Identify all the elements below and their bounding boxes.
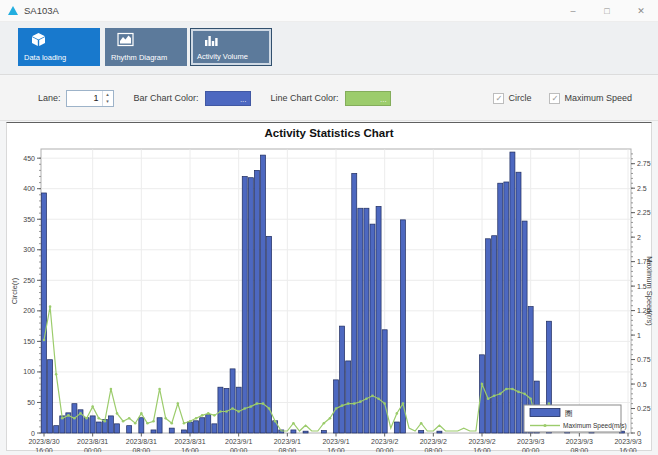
close-button[interactable]: ✕ — [624, 0, 658, 22]
svg-text:2023/9/2: 2023/9/2 — [371, 438, 398, 445]
checkbox-group: ✓ Circle ✓ Maximum Speed — [475, 93, 632, 104]
svg-text:2023/9/1: 2023/9/1 — [225, 438, 252, 445]
activity-statistics-chart: 05010015020025030035040045000.250.50.751… — [7, 141, 653, 452]
svg-text:0: 0 — [637, 430, 641, 437]
cube-icon — [30, 32, 47, 49]
chart-controls-row: Lane: 1 ▴ ▾ Bar Chart Color: ... Line Ch… — [0, 76, 658, 121]
svg-text:2023/8/31: 2023/8/31 — [126, 438, 157, 445]
app-window: SA103A – □ ✕ Data loading — [0, 0, 658, 455]
bar-chart-icon — [203, 33, 220, 50]
svg-text:2023/9/3: 2023/9/3 — [614, 438, 641, 445]
svg-text:16:00: 16:00 — [181, 447, 199, 453]
svg-text:08:00: 08:00 — [571, 447, 589, 453]
svg-text:08:00: 08:00 — [279, 447, 297, 453]
line-color-more-icon: ... — [380, 95, 387, 105]
chart-title: Activity Statistics Chart — [7, 127, 651, 139]
svg-text:300: 300 — [23, 246, 35, 253]
svg-text:08:00: 08:00 — [425, 447, 443, 453]
svg-text:400: 400 — [23, 185, 35, 192]
activity-volume-button[interactable]: Activity Volume — [190, 28, 272, 66]
window-title: SA103A — [24, 5, 59, 16]
svg-text:2023/9/3: 2023/9/3 — [566, 438, 593, 445]
lane-stepper[interactable]: 1 ▴ ▾ — [66, 90, 114, 107]
legend-bar-label: 圈 — [565, 409, 573, 418]
rhythm-diagram-button[interactable]: Rhythm Diagram — [105, 28, 187, 66]
title-bar: SA103A – □ ✕ — [0, 0, 658, 22]
svg-text:2023/9/2: 2023/9/2 — [468, 438, 495, 445]
lane-value[interactable]: 1 — [67, 91, 102, 106]
svg-text:Circle(r): Circle(r) — [10, 277, 19, 304]
circle-checkbox-label: Circle — [508, 93, 531, 103]
svg-text:0.25: 0.25 — [637, 405, 651, 412]
maximum-speed-checkbox-check-icon: ✓ — [549, 93, 560, 104]
lane-label: Lane: — [38, 93, 61, 103]
maximum-speed-checkbox[interactable]: ✓ Maximum Speed — [549, 93, 632, 104]
svg-text:2023/9/1: 2023/9/1 — [322, 438, 349, 445]
svg-text:16:00: 16:00 — [35, 447, 53, 453]
stepper-up-icon[interactable]: ▴ — [103, 91, 113, 99]
svg-text:200: 200 — [23, 307, 35, 314]
maximum-speed-checkbox-label: Maximum Speed — [564, 93, 632, 103]
svg-text:2023/8/31: 2023/8/31 — [174, 438, 205, 445]
svg-text:1: 1 — [637, 332, 641, 339]
svg-text:2: 2 — [637, 234, 641, 241]
svg-text:2023/8/31: 2023/8/31 — [77, 438, 108, 445]
svg-text:2.5: 2.5 — [637, 185, 647, 192]
svg-text:0: 0 — [31, 430, 35, 437]
svg-text:0.75: 0.75 — [637, 356, 651, 363]
svg-text:2.25: 2.25 — [637, 209, 651, 216]
maximize-button[interactable]: □ — [590, 0, 624, 22]
data-loading-button[interactable]: Data loading — [18, 28, 100, 66]
chart-panel: Activity Statistics Chart 05010015020025… — [6, 122, 652, 451]
bar-color-more-icon: ... — [240, 95, 247, 105]
svg-text:00:00: 00:00 — [376, 447, 394, 453]
svg-text:450: 450 — [23, 155, 35, 162]
window-controls: – □ ✕ — [556, 0, 658, 22]
svg-text:2023/8/30: 2023/8/30 — [28, 438, 59, 445]
minimize-button[interactable]: – — [556, 0, 590, 22]
lane-stepper-arrows: ▴ ▾ — [102, 91, 113, 106]
svg-text:00:00: 00:00 — [522, 447, 540, 453]
toolbar: Data loading Rhythm Diagram Activity V — [0, 22, 658, 75]
line-chart-color-label: Line Chart Color: — [271, 93, 339, 103]
bar-chart-color-swatch[interactable]: ... — [205, 91, 251, 106]
svg-text:350: 350 — [23, 216, 35, 223]
circle-checkbox[interactable]: ✓ Circle — [493, 93, 531, 104]
svg-text:2023/9/3: 2023/9/3 — [517, 438, 544, 445]
rhythm-diagram-label: Rhythm Diagram — [111, 53, 167, 62]
app-logo-icon — [8, 6, 18, 15]
svg-text:2023/9/1: 2023/9/1 — [274, 438, 301, 445]
circle-checkbox-check-icon: ✓ — [493, 93, 504, 104]
bar-chart-color-label: Bar Chart Color: — [134, 93, 199, 103]
data-loading-label: Data loading — [24, 53, 66, 62]
svg-text:16:00: 16:00 — [473, 447, 491, 453]
svg-text:16:00: 16:00 — [619, 447, 637, 453]
stepper-down-icon[interactable]: ▾ — [103, 98, 113, 106]
line-chart-color-swatch[interactable]: ... — [345, 91, 391, 106]
svg-text:08:00: 08:00 — [133, 447, 151, 453]
svg-text:100: 100 — [23, 368, 35, 375]
svg-text:00:00: 00:00 — [230, 447, 248, 453]
svg-text:0.5: 0.5 — [637, 381, 647, 388]
legend-line-label: Maximum Speed(m/s) — [563, 422, 627, 430]
svg-text:2023/9/2: 2023/9/2 — [420, 438, 447, 445]
svg-text:2.75: 2.75 — [637, 160, 651, 167]
svg-text:250: 250 — [23, 277, 35, 284]
svg-text:16:00: 16:00 — [327, 447, 345, 453]
rhythm-chart-icon — [117, 32, 134, 49]
activity-volume-label: Activity Volume — [197, 52, 248, 61]
svg-text:50: 50 — [27, 399, 35, 406]
svg-text:Maximum Speed(r/s): Maximum Speed(r/s) — [645, 256, 653, 326]
svg-text:150: 150 — [23, 338, 35, 345]
svg-text:00:00: 00:00 — [84, 447, 102, 453]
